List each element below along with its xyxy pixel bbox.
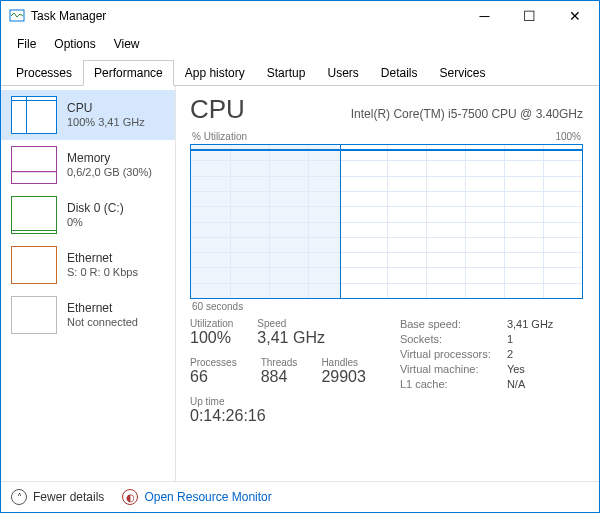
speed-val: 3,41 GHz — [257, 329, 325, 347]
page-title: CPU — [190, 94, 245, 125]
vproc-val: 2 — [507, 348, 513, 360]
proc-lbl: Processes — [190, 357, 237, 368]
titlebar: Task Manager ─ ☐ ✕ — [1, 1, 599, 31]
open-resource-monitor-link[interactable]: ◐ Open Resource Monitor — [122, 489, 271, 505]
eth0-name: Ethernet — [67, 251, 138, 266]
utilization-chart — [190, 144, 583, 299]
memory-name: Memory — [67, 151, 152, 166]
task-manager-window: Task Manager ─ ☐ ✕ File Options View Pro… — [0, 0, 600, 513]
menubar: File Options View — [1, 31, 599, 57]
chevron-up-icon: ˄ — [11, 489, 27, 505]
eth1-sub: Not connected — [67, 316, 138, 330]
thr-val: 884 — [261, 368, 298, 386]
vm-val: Yes — [507, 363, 525, 375]
up-lbl: Up time — [190, 396, 366, 407]
sock-val: 1 — [507, 333, 513, 345]
sock-lbl: Sockets: — [400, 333, 495, 345]
hundred-label: 100% — [555, 131, 581, 142]
hnd-val: 29903 — [321, 368, 366, 386]
sidebar-item-cpu[interactable]: CPU100% 3,41 GHz — [1, 90, 175, 140]
disk-name: Disk 0 (C:) — [67, 201, 124, 216]
proc-val: 66 — [190, 368, 237, 386]
time-axis-label: 60 seconds — [192, 301, 581, 312]
close-button[interactable]: ✕ — [552, 1, 597, 31]
eth1-thumb-graph — [11, 296, 57, 334]
vproc-lbl: Virtual processors: — [400, 348, 495, 360]
util-lbl: Utilization — [190, 318, 233, 329]
cpu-thumb-graph — [11, 96, 57, 134]
cpu-name: CPU — [67, 101, 145, 116]
cpu-model: Intel(R) Core(TM) i5-7500 CPU @ 3.40GHz — [351, 107, 583, 121]
app-icon — [9, 8, 25, 24]
sidebar-item-ethernet-0[interactable]: EthernetS: 0 R: 0 Kbps — [1, 240, 175, 290]
util-label: % Utilization — [192, 131, 247, 142]
tab-details[interactable]: Details — [370, 60, 429, 86]
eth1-name: Ethernet — [67, 301, 138, 316]
sidebar-item-ethernet-1[interactable]: EthernetNot connected — [1, 290, 175, 340]
stats-block: Utilization100% Speed3,41 GHz Processes6… — [190, 318, 583, 425]
tabs: Processes Performance App history Startu… — [1, 59, 599, 86]
disk-sub: 0% — [67, 216, 124, 230]
menu-file[interactable]: File — [9, 33, 44, 55]
tab-performance[interactable]: Performance — [83, 60, 174, 86]
base-lbl: Base speed: — [400, 318, 495, 330]
l1-val: N/A — [507, 378, 525, 390]
l1-lbl: L1 cache: — [400, 378, 495, 390]
tab-services[interactable]: Services — [429, 60, 497, 86]
memory-thumb-graph — [11, 146, 57, 184]
monitor-label: Open Resource Monitor — [144, 490, 271, 504]
util-val: 100% — [190, 329, 233, 347]
tab-apphistory[interactable]: App history — [174, 60, 256, 86]
eth0-thumb-graph — [11, 246, 57, 284]
vm-lbl: Virtual machine: — [400, 363, 495, 375]
menu-view[interactable]: View — [106, 33, 148, 55]
base-val: 3,41 GHz — [507, 318, 553, 330]
up-val: 0:14:26:16 — [190, 407, 366, 425]
cpu-sub: 100% 3,41 GHz — [67, 116, 145, 130]
hnd-lbl: Handles — [321, 357, 366, 368]
content-area: CPU100% 3,41 GHz Memory0,6/2,0 GB (30%) … — [1, 86, 599, 481]
sidebar-item-disk[interactable]: Disk 0 (C:)0% — [1, 190, 175, 240]
maximize-button[interactable]: ☐ — [507, 1, 552, 31]
menu-options[interactable]: Options — [46, 33, 103, 55]
memory-sub: 0,6/2,0 GB (30%) — [67, 166, 152, 180]
thr-lbl: Threads — [261, 357, 298, 368]
speed-lbl: Speed — [257, 318, 325, 329]
tab-processes[interactable]: Processes — [5, 60, 83, 86]
tab-startup[interactable]: Startup — [256, 60, 317, 86]
disk-thumb-graph — [11, 196, 57, 234]
fewer-label: Fewer details — [33, 490, 104, 504]
sidebar: CPU100% 3,41 GHz Memory0,6/2,0 GB (30%) … — [1, 86, 176, 481]
footer: ˄ Fewer details ◐ Open Resource Monitor — [1, 481, 599, 512]
window-title: Task Manager — [31, 9, 462, 23]
minimize-button[interactable]: ─ — [462, 1, 507, 31]
sidebar-item-memory[interactable]: Memory0,6/2,0 GB (30%) — [1, 140, 175, 190]
fewer-details-button[interactable]: ˄ Fewer details — [11, 489, 104, 505]
eth0-sub: S: 0 R: 0 Kbps — [67, 266, 138, 280]
resource-monitor-icon: ◐ — [122, 489, 138, 505]
tab-users[interactable]: Users — [316, 60, 369, 86]
main-panel: CPU Intel(R) Core(TM) i5-7500 CPU @ 3.40… — [176, 86, 599, 481]
